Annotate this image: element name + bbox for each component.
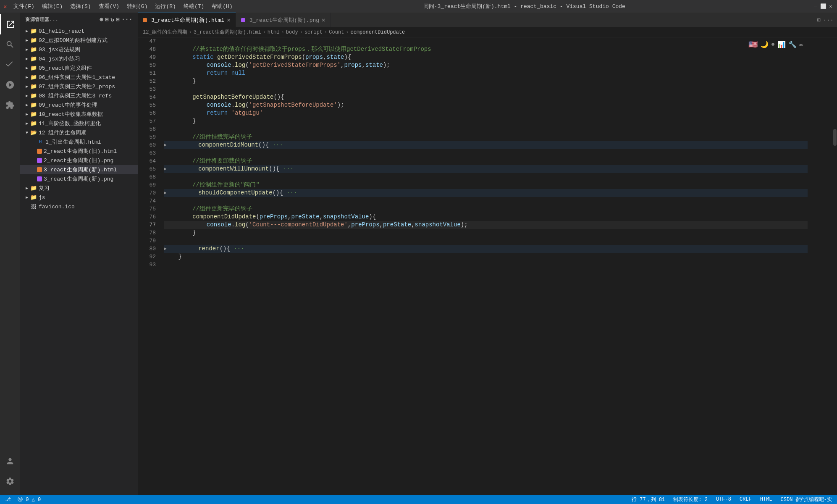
code-token [164, 109, 207, 117]
sidebar-item-12-3a[interactable]: ▶ 3_react生命周期(新).html [20, 165, 138, 174]
folder-icon: 📁 [30, 83, 37, 90]
circle-icon[interactable]: ● [771, 41, 775, 48]
sidebar-item-11[interactable]: ▶ 📁 11_高阶函数_函数柯里化 [20, 119, 138, 128]
menu-select[interactable]: 选择(S) [67, 2, 94, 11]
breadcrumb-count[interactable]: Count [329, 29, 344, 35]
tab-close-icon-png[interactable]: ✕ [322, 17, 325, 23]
fold-arrow-icon[interactable]: ▶ [164, 245, 170, 253]
git-branch-icon[interactable]: ⎇ [3, 496, 13, 503]
close-button[interactable]: ✕ [828, 3, 834, 9]
fold-arrow-icon[interactable]: ▶ [164, 189, 170, 197]
activity-explorer[interactable] [0, 14, 20, 34]
line-ending[interactable]: CRLF [738, 496, 753, 502]
sidebar-item-12-3b[interactable]: ▶ 3_react生命周期(新).png [20, 174, 138, 184]
sidebar-item-js[interactable]: ▶ 📁 js [20, 193, 138, 202]
code-editor[interactable]: 47 48 49 50 51 52 53 54 55 56 57 58 59 6… [138, 37, 837, 495]
menu-view[interactable]: 查看(V) [95, 2, 123, 11]
function-token: shouldComponentUpdate [198, 189, 272, 197]
activity-debug[interactable] [0, 75, 20, 95]
sidebar-item-12-1[interactable]: ▶ H 1_引出生命周期.html [20, 137, 138, 147]
sidebar-item-06[interactable]: ▶ 📁 06_组件实例三大属性1_state [20, 73, 138, 82]
tab-react-new-html[interactable]: 3_react生命周期(新).html ✕ [138, 13, 236, 27]
tree-item-label: 2_react生命周期(旧).html [44, 147, 117, 155]
split-editor-icon[interactable]: ⊞ [817, 16, 820, 24]
activity-extensions[interactable] [0, 95, 20, 115]
chart-icon[interactable]: 📊 [777, 40, 786, 49]
breadcrumb-folder[interactable]: 12_组件的生命周期 [143, 29, 187, 36]
sidebar-item-02[interactable]: ▶ 📁 02_虚拟DOM的两种创建方式 [20, 36, 138, 45]
sidebar-item-review[interactable]: ▶ 📁 复习 [20, 184, 138, 193]
activity-source-control[interactable] [0, 55, 20, 75]
breadcrumb-file[interactable]: 3_react生命周期(新).html [194, 29, 261, 36]
tab-react-new-png[interactable]: 3_react生命周期(新).png ✕ [236, 13, 331, 27]
sidebar-item-12-2a[interactable]: ▶ 2_react生命周期(旧).html [20, 147, 138, 156]
sidebar-item-03[interactable]: ▶ 📁 03_jsx语法规则 [20, 45, 138, 54]
ellipsis-token: ··· [283, 165, 294, 173]
sidebar-item-04[interactable]: ▶ 📁 04_jsx的小练习 [20, 54, 138, 63]
punc-token: ( [245, 101, 249, 109]
tree-item-label: 07_组件实例三大属性2_props [39, 83, 115, 90]
indentation[interactable]: 制表符长度: 2 [672, 496, 709, 503]
tool-icon[interactable]: 🔧 [788, 40, 797, 49]
sidebar-item-12[interactable]: ▼ 📂 12_组件的生命周期 [20, 128, 138, 137]
new-file-icon[interactable]: ⊕ [100, 16, 103, 23]
file-badge-orange-active [37, 167, 42, 172]
breadcrumb-html[interactable]: html [268, 29, 280, 35]
scrollbar-thumb[interactable] [833, 129, 837, 146]
new-folder-icon[interactable]: ⊟ [105, 16, 109, 23]
cursor-position[interactable]: 行 77，列 81 [630, 496, 666, 503]
refresh-icon[interactable]: ↻ [110, 16, 114, 23]
fold-arrow-icon[interactable]: ▶ [164, 165, 170, 173]
encoding[interactable]: UTF-8 [714, 496, 733, 502]
line-num-69: 69 [141, 181, 156, 189]
lang-indicator[interactable]: 🇺🇸 [748, 40, 758, 49]
maximize-button[interactable]: ⬜ [820, 3, 826, 9]
breadcrumb-sep-5: › [324, 29, 327, 35]
punc-token: (){ [273, 93, 284, 101]
sidebar-item-07[interactable]: ▶ 📁 07_组件实例三大属性2_props [20, 82, 138, 91]
param-token: preState [291, 213, 319, 221]
menu-help[interactable]: 帮助(H) [208, 2, 236, 11]
minimize-button[interactable]: — [813, 3, 819, 9]
menu-terminal[interactable]: 终端(T) [180, 2, 207, 11]
menu-edit[interactable]: 编辑(E) [39, 2, 66, 11]
breadcrumb-script[interactable]: script [304, 29, 323, 35]
sidebar-item-09[interactable]: ▶ 📁 09_react中的事件处理 [20, 100, 138, 110]
punc-token: ); [337, 101, 344, 109]
param-token: props [305, 53, 323, 61]
function-token: componentDidUpdate [192, 213, 256, 221]
more-actions-icon[interactable]: ··· [823, 17, 834, 24]
breadcrumb-component-did-update[interactable]: componentDidUpdate [351, 29, 405, 35]
line-num-53: 53 [141, 85, 156, 93]
activity-search[interactable] [0, 34, 20, 55]
sidebar-item-01[interactable]: ▶ 📁 01_hello_react [20, 26, 138, 36]
sidebar-item-08[interactable]: ▶ 📁 08_组件实例三大属性3_refs [20, 91, 138, 100]
tab-close-icon[interactable]: ✕ [227, 17, 230, 23]
line-num-50: 50 [141, 61, 156, 69]
line-numbers: 47 48 49 50 51 52 53 54 55 56 57 58 59 6… [138, 37, 161, 495]
collapse-icon[interactable]: ⊟ [116, 16, 120, 23]
sidebar-item-10[interactable]: ▶ 📁 10_react中收集表单数据 [20, 110, 138, 119]
tree-arrow: ▶ [24, 56, 30, 61]
sidebar-item-favicon[interactable]: ▶ 🖼 favicon.ico [20, 202, 138, 211]
punc-token: } [164, 253, 182, 261]
param-token: preState [383, 221, 411, 229]
sidebar-item-12-2b[interactable]: ▶ 2_react生命周期(旧).png [20, 156, 138, 165]
menu-goto[interactable]: 转到(G) [123, 2, 151, 11]
menu-run[interactable]: 运行(R) [152, 2, 179, 11]
activity-account[interactable] [0, 451, 20, 471]
more-icon[interactable]: ··· [121, 16, 133, 23]
param-token: console [207, 101, 231, 109]
language-mode[interactable]: HTML [758, 496, 774, 502]
ellipsis-token: ··· [273, 141, 283, 149]
sidebar-item-05[interactable]: ▶ 📁 05_react自定义组件 [20, 63, 138, 73]
fold-arrow-icon[interactable]: ▶ [164, 141, 170, 149]
breadcrumb-body[interactable]: body [286, 29, 298, 35]
notification-csdn[interactable]: CSDN @学点编程吧-实 [779, 496, 834, 503]
error-count[interactable]: Ⓜ 0 △ 0 [16, 496, 42, 503]
menu-file[interactable]: 文件(F) [10, 2, 37, 11]
editor-scrollbar[interactable] [833, 37, 837, 495]
activity-settings[interactable] [0, 471, 20, 491]
edit-icon[interactable]: ✏️ [799, 40, 803, 49]
moon-icon[interactable]: 🌙 [760, 40, 769, 49]
